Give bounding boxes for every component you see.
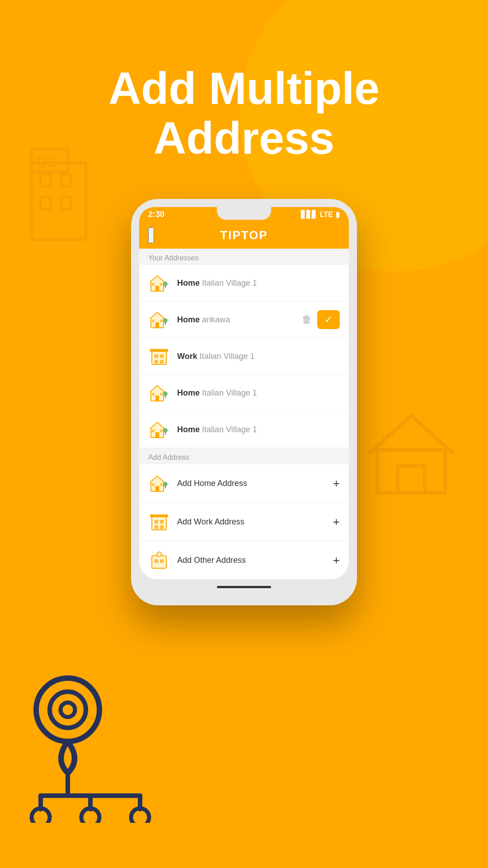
svg-rect-46: [155, 432, 159, 438]
svg-rect-41: [152, 393, 155, 396]
svg-rect-54: [160, 483, 163, 486]
signal-icon: ▋▋▋: [301, 210, 317, 219]
svg-rect-23: [152, 283, 155, 286]
svg-point-12: [61, 703, 75, 717]
address-icon-5: [148, 419, 170, 440]
headline-line2: Address: [0, 113, 488, 163]
svg-point-10: [36, 678, 99, 741]
address-location-4: Italian Village 1: [202, 388, 257, 398]
svg-rect-52: [155, 486, 159, 491]
svg-rect-26: [165, 286, 166, 288]
svg-rect-65: [160, 559, 164, 563]
back-button[interactable]: ‹: [148, 227, 154, 243]
address-type-2: Home: [177, 315, 202, 325]
svg-point-55: [163, 482, 168, 486]
svg-point-43: [163, 392, 168, 396]
address-icon-2: [148, 309, 170, 330]
your-addresses-label: Your Addresses: [139, 249, 349, 265]
headline: Add Multiple Address: [0, 63, 488, 163]
svg-rect-60: [155, 525, 158, 529]
status-icons: ▋▋▋ LTE ▮: [301, 210, 340, 219]
house-decoration: [361, 407, 461, 497]
svg-rect-42: [160, 393, 163, 396]
phone-notch: [217, 207, 271, 220]
svg-rect-9: [398, 466, 425, 493]
address-item-1[interactable]: Home Italian Village 1: [139, 265, 349, 302]
address-type-4: Home: [177, 388, 202, 398]
status-time: 2:30: [148, 210, 164, 219]
address-item-4[interactable]: Home Italian Village 1: [139, 375, 349, 411]
address-icon-4: [148, 382, 170, 404]
address-icon-1: [148, 272, 170, 294]
home-bar: [217, 586, 271, 588]
svg-rect-57: [152, 516, 166, 530]
svg-rect-47: [152, 429, 155, 432]
svg-rect-8: [377, 450, 445, 493]
add-other-label: Add Other Address: [177, 556, 333, 565]
address-location-5: Italian Village 1: [202, 425, 257, 434]
svg-rect-3: [61, 174, 71, 187]
svg-rect-44: [165, 396, 166, 398]
add-other-plus[interactable]: +: [333, 553, 340, 567]
app-title-top: TOP: [241, 228, 268, 242]
svg-rect-56: [165, 486, 166, 488]
svg-rect-48: [160, 429, 163, 432]
status-bar: 2:30 ▋▋▋ LTE ▮: [139, 207, 349, 222]
svg-rect-5: [61, 197, 71, 209]
svg-rect-4: [41, 197, 51, 209]
address-item-2[interactable]: Home ankawa 🗑 ✓: [139, 302, 349, 338]
svg-rect-37: [160, 360, 164, 363]
app-title: TIPTOP: [220, 228, 267, 242]
svg-rect-64: [155, 559, 158, 563]
add-home-plus[interactable]: +: [333, 476, 340, 491]
svg-rect-33: [152, 351, 166, 364]
address-type-5: Home: [177, 425, 202, 434]
address-icon-3: [148, 345, 170, 367]
svg-rect-58: [155, 520, 158, 524]
svg-rect-29: [152, 320, 155, 322]
svg-rect-38: [150, 349, 168, 352]
address-location-3: Italian Village 1: [200, 352, 255, 361]
confirm-button[interactable]: ✓: [317, 310, 340, 329]
location-network-decoration: [18, 669, 163, 823]
add-home-icon: [148, 472, 170, 494]
add-home-item[interactable]: Add Home Address +: [139, 464, 349, 503]
add-other-item[interactable]: Add Other Address +: [139, 541, 349, 580]
address-list: Home Italian Village 1: [139, 265, 349, 448]
svg-rect-32: [165, 322, 166, 325]
add-work-label: Add Work Address: [177, 517, 333, 527]
address-type-3: Work: [177, 352, 200, 361]
add-address-list: Add Home Address +: [139, 464, 349, 580]
address-item-3[interactable]: Work Italian Village 1: [139, 338, 349, 375]
phone-mockup: 2:30 ▋▋▋ LTE ▮ ‹ TIPTOP Your Addresses: [131, 199, 357, 605]
battery-icon: ▮: [336, 210, 340, 219]
delete-button[interactable]: 🗑: [296, 310, 317, 329]
address-item-5[interactable]: Home Italian Village 1: [139, 411, 349, 448]
add-work-plus[interactable]: +: [333, 515, 340, 529]
add-work-item[interactable]: Add Work Address +: [139, 503, 349, 541]
add-other-icon: [148, 549, 170, 571]
network-label: LTE: [320, 211, 333, 219]
svg-rect-53: [152, 483, 155, 486]
svg-rect-28: [155, 322, 159, 328]
address-location-2: ankawa: [202, 315, 230, 325]
svg-rect-34: [155, 354, 158, 358]
svg-point-49: [163, 428, 168, 433]
add-work-icon: [148, 511, 170, 533]
svg-rect-61: [160, 525, 164, 529]
add-address-label: Add Address: [139, 448, 349, 464]
svg-rect-2: [41, 174, 51, 187]
svg-rect-40: [155, 396, 159, 401]
svg-rect-30: [160, 320, 163, 322]
svg-rect-35: [160, 354, 164, 358]
svg-point-25: [163, 282, 168, 286]
swipe-actions: 🗑 ✓: [296, 310, 340, 329]
svg-rect-59: [160, 520, 164, 524]
svg-rect-22: [155, 286, 159, 291]
svg-point-31: [163, 318, 168, 323]
svg-rect-24: [160, 283, 163, 286]
svg-rect-36: [155, 360, 158, 363]
app-title-tip: TIP: [220, 228, 241, 242]
svg-rect-50: [165, 432, 166, 434]
svg-rect-63: [152, 556, 166, 568]
